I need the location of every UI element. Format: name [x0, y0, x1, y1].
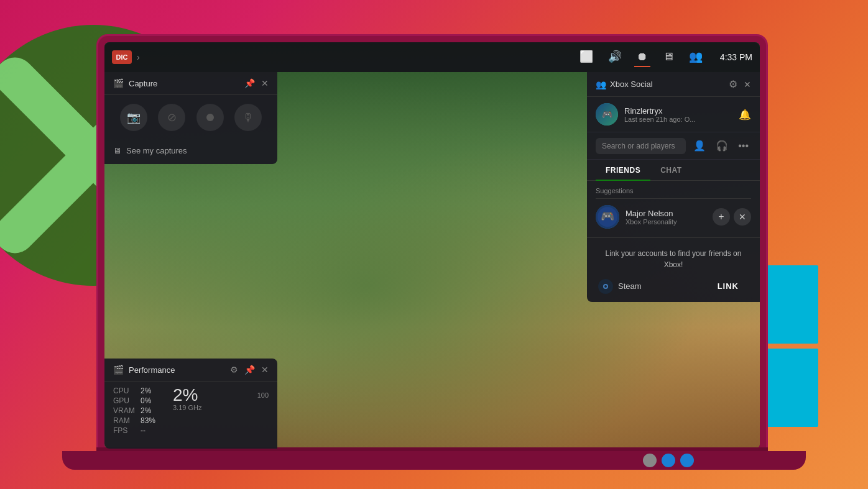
social-panel-title: Xbox Social	[610, 80, 729, 89]
gpu-value: 0%	[141, 396, 151, 405]
add-friend-button[interactable]: +	[713, 208, 730, 226]
taskbar-icons: ⬜ 🔊 ⏺ 🖥 👥 4:33 PM	[577, 47, 752, 67]
performance-big-value: 2%	[173, 386, 198, 404]
tab-chat[interactable]: CHAT	[650, 160, 691, 181]
suggestion-role: Xbox Personality	[626, 218, 706, 226]
performance-content: CPU 2% GPU 0% VRAM 2% RAM 83%	[104, 382, 277, 440]
capture-pin-icon[interactable]: 📌	[244, 78, 255, 88]
display-icon[interactable]: 🖥	[660, 48, 676, 67]
svg-text:🎮: 🎮	[601, 209, 615, 223]
performance-big-display: 2% 3.19 GHz	[173, 386, 201, 435]
more-options-icon[interactable]: •••	[736, 138, 751, 154]
performance-panel-title: Performance	[129, 365, 230, 375]
performance-title-icon: 🎬	[113, 365, 124, 375]
volume-icon[interactable]: 🔊	[606, 47, 624, 67]
search-input-wrap[interactable]: Search or add players	[596, 138, 686, 154]
screenshot-button[interactable]: 📷	[120, 104, 147, 131]
laptop-base	[62, 451, 806, 470]
vram-stat: VRAM 2%	[113, 406, 163, 415]
fps-label: FPS	[113, 426, 136, 435]
app-icon[interactable]: DIC	[112, 50, 132, 64]
laptop-bottom-circles	[643, 454, 694, 467]
suggestion-info: Major Nelson Xbox Personality	[626, 209, 706, 226]
taskbar: DIC › ⬜ 🔊 ⏺ 🖥 👥 4:33 PM	[104, 42, 760, 72]
user-avatar: 🎮	[596, 103, 618, 126]
vram-value: 2%	[141, 406, 151, 415]
link-button[interactable]: LINK	[708, 278, 749, 295]
notification-bell-icon[interactable]: 🔔	[739, 109, 751, 121]
gpu-stat: GPU 0%	[113, 396, 163, 405]
capture-panel: 🎬 Capture 📌 ✕ 📷 ⊘ 🎙 🖥 See my captures	[104, 72, 277, 164]
see-captures-label: See my captures	[126, 146, 187, 155]
see-captures-icon: 🖥	[113, 146, 121, 155]
social-header-icon: 👥	[596, 80, 606, 89]
capture-panel-title: Capture	[129, 79, 244, 88]
record-dot-icon	[206, 114, 214, 121]
performance-panel-header: 🎬 Performance ⚙ 📌 ✕	[104, 359, 277, 382]
suggestions-label: Suggestions	[587, 181, 760, 198]
performance-close-icon[interactable]: ✕	[261, 365, 269, 375]
suggestion-actions: + ✕	[713, 208, 751, 226]
suggestion-name: Major Nelson	[626, 209, 706, 218]
steam-icon	[598, 279, 613, 294]
performance-stats: CPU 2% GPU 0% VRAM 2% RAM 83%	[113, 386, 163, 435]
social-settings-icon[interactable]: ⚙	[729, 78, 737, 90]
user-info: Rinzlertryx Last seen 21h ago: O...	[624, 106, 739, 123]
svg-point-6	[604, 285, 607, 288]
capture-close-icon[interactable]: ✕	[261, 78, 269, 88]
people-icon[interactable]: 👥	[686, 47, 705, 67]
suggestion-avatar: 🎮	[596, 205, 619, 229]
user-name: Rinzlertryx	[624, 106, 739, 116]
performance-panel: 🎬 Performance ⚙ 📌 ✕ CPU 2% GPU 0%	[104, 359, 277, 449]
search-placeholder: Search or add players	[602, 142, 675, 150]
see-captures-link[interactable]: 🖥 See my captures	[104, 140, 277, 164]
cpu-stat: CPU 2%	[113, 386, 163, 395]
ram-stat: RAM 83%	[113, 416, 163, 425]
capture-title-icon: 🎬	[113, 78, 124, 88]
monitor-icon[interactable]: ⬜	[577, 47, 596, 67]
circle-gray	[643, 454, 657, 467]
link-accounts-section: Link your accounts to find your friends …	[587, 237, 760, 302]
avatar-image: 🎮	[596, 103, 618, 126]
add-person-icon[interactable]: 👤	[691, 137, 708, 154]
user-status: Last seen 21h ago: O...	[624, 116, 739, 123]
fps-value: --	[141, 426, 145, 435]
laptop-frame: DIC › ⬜ 🔊 ⏺ 🖥 👥 4:33 PM 🎬 Capture 📌 ✕	[96, 34, 768, 457]
app-icon-label: DIC	[116, 53, 128, 61]
capture-buttons-row: 📷 ⊘ 🎙	[104, 95, 277, 140]
performance-pin-icon[interactable]: 📌	[244, 365, 255, 375]
ram-label: RAM	[113, 416, 136, 425]
performance-settings-icon[interactable]: ⚙	[230, 365, 238, 375]
record-off-button[interactable]: ⊘	[158, 104, 185, 131]
social-header-actions: ⚙ ✕	[729, 78, 751, 90]
xbox-social-panel: 👥 Xbox Social ⚙ ✕ 🎮 Rinzlertryx Last see…	[587, 72, 760, 302]
circle-blue-2	[680, 454, 694, 467]
vram-label: VRAM	[113, 406, 136, 415]
cpu-label: CPU	[113, 386, 136, 395]
mic-button[interactable]: 🎙	[234, 104, 262, 131]
user-row[interactable]: 🎮 Rinzlertryx Last seen 21h ago: O... 🔔	[587, 97, 760, 132]
cpu-value: 2%	[141, 386, 151, 395]
gpu-label: GPU	[113, 396, 136, 405]
capture-header-actions: 📌 ✕	[244, 78, 269, 88]
record-button[interactable]	[196, 104, 224, 131]
social-panel-header: 👥 Xbox Social ⚙ ✕	[587, 72, 760, 97]
headset-icon[interactable]: 🎧	[713, 137, 731, 154]
dismiss-suggestion-button[interactable]: ✕	[734, 208, 751, 226]
performance-max-value: 100	[257, 386, 269, 399]
ram-value: 83%	[141, 416, 155, 425]
steam-label: Steam	[618, 281, 642, 291]
fps-stat: FPS --	[113, 426, 163, 435]
social-tabs: FRIENDS CHAT	[587, 160, 760, 181]
performance-header-actions: ⚙ 📌 ✕	[230, 365, 269, 375]
search-row: Search or add players 👤 🎧 •••	[587, 132, 760, 160]
screen-record-icon[interactable]: ⏺	[634, 48, 650, 67]
social-close-icon[interactable]: ✕	[744, 80, 751, 89]
capture-panel-header: 🎬 Capture 📌 ✕	[104, 72, 277, 95]
link-accounts-row: Steam LINK	[596, 278, 751, 295]
suggestion-item: 🎮 Major Nelson Xbox Personality + ✕	[587, 199, 760, 235]
taskbar-time: 4:33 PM	[720, 52, 752, 62]
taskbar-chevron-icon: ›	[137, 52, 140, 62]
tab-friends[interactable]: FRIENDS	[596, 160, 650, 181]
link-accounts-text: Link your accounts to find your friends …	[596, 248, 751, 270]
